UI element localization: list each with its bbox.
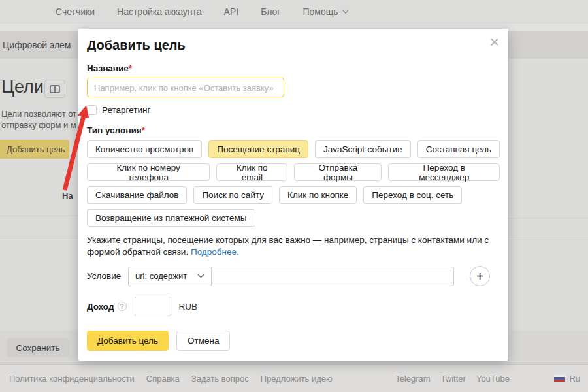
goal-type-row: Возвращение из платежной системы [87, 209, 500, 227]
type-js-event-button[interactable]: JavaScript-событие [315, 140, 411, 158]
retargeting-row: Ретаргетинг [87, 105, 508, 115]
footer-help-link[interactable]: Справка [146, 374, 180, 384]
save-button[interactable]: Сохранить [7, 338, 69, 357]
condition-description: Укажите страницы, посещение которых для … [87, 235, 502, 258]
page-title: Цели [1, 77, 44, 97]
currency-label: RUB [179, 302, 198, 312]
goals-description: Цели позволяют от отправку форм и м [1, 108, 76, 131]
more-link[interactable]: Подробнее. [191, 247, 239, 257]
close-icon[interactable]: × [489, 34, 499, 50]
name-label-text: Название [87, 63, 129, 73]
condition-row: Условие url: содержит + [87, 266, 500, 286]
revenue-row: Доход ? RUB [87, 297, 500, 316]
goal-type-row: Скачивание файлов Поиск по сайту Клик по… [87, 186, 500, 204]
required-mark: * [142, 125, 145, 135]
footer-youtube-link[interactable]: YouTube [476, 374, 510, 384]
nav-counters[interactable]: Счетчики [56, 7, 95, 17]
type-messenger-button[interactable]: Переход в мессенджер [388, 163, 500, 181]
name-field-label: Название* [87, 63, 508, 73]
plus-icon: + [476, 270, 484, 283]
counter-name: Цифровой элем [3, 40, 71, 50]
required-mark: * [129, 63, 132, 73]
condition-description-text: Укажите страницы, посещение которых для … [87, 235, 489, 257]
type-payment-return-button[interactable]: Возвращение из платежной системы [87, 209, 255, 227]
goals-description-line1: Цели позволяют от [1, 108, 76, 120]
table-divider [508, 218, 588, 218]
footer-telegram-link[interactable]: Telegram [395, 374, 430, 384]
help-question-icon[interactable]: ? [118, 302, 127, 311]
type-page-visit-button[interactable]: Посещение страниц [208, 140, 308, 158]
condition-operator-select[interactable]: url: содержит [128, 267, 212, 286]
type-file-download-button[interactable]: Скачивание файлов [87, 186, 187, 204]
goal-type-row: Клик по номеру телефона Клик по email От… [87, 163, 500, 181]
background-add-goal-button[interactable]: Добавить цель [0, 140, 69, 159]
type-pageview-count-button[interactable]: Количество просмотров [87, 140, 202, 158]
table-divider [0, 238, 78, 238]
goal-type-buttons: Количество просмотров Посещение страниц … [87, 140, 500, 227]
type-form-submit-button[interactable]: Отправка формы [294, 163, 382, 181]
chevron-down-icon [342, 10, 349, 14]
table-header-name: На [62, 191, 73, 201]
nav-api[interactable]: API [224, 7, 239, 17]
goals-docs-button[interactable] [44, 80, 65, 98]
footer: Политика конфиденциальности Справка Зада… [0, 364, 588, 392]
footer-ask-question-link[interactable]: Задать вопрос [191, 374, 249, 384]
type-site-search-button[interactable]: Поиск по сайту [193, 186, 272, 204]
nav-account-settings[interactable]: Настройка аккаунта [117, 7, 202, 17]
type-composite-goal-button[interactable]: Составная цель [417, 140, 500, 158]
retargeting-checkbox[interactable] [87, 105, 97, 115]
table-divider [0, 216, 78, 216]
russia-flag-icon [554, 375, 565, 382]
language-label: Ru [569, 374, 580, 384]
footer-privacy-link[interactable]: Политика конфиденциальности [9, 374, 135, 384]
add-goal-dialog: Добавить цель × Название* Ретаргетинг Ти… [78, 29, 508, 361]
revenue-label: Доход [87, 302, 114, 312]
type-button-click-button[interactable]: Клик по кнопке [279, 186, 357, 204]
nav-blog[interactable]: Блог [261, 7, 280, 17]
footer-suggest-idea-link[interactable]: Предложить идею [261, 374, 333, 384]
goal-name-input[interactable] [87, 78, 284, 97]
type-social-network-button[interactable]: Переход в соц. сеть [363, 186, 462, 204]
condition-type-label-text: Тип условия [87, 125, 142, 135]
language-switcher[interactable]: Ru [554, 365, 580, 392]
dialog-actions: Добавить цель Отмена [87, 331, 500, 351]
footer-twitter-link[interactable]: Twitter [441, 374, 466, 384]
condition-operator-value: url: содержит [135, 271, 187, 281]
top-nav: Счетчики Настройка аккаунта API Блог Пом… [0, 0, 588, 24]
revenue-input[interactable] [135, 297, 171, 316]
add-condition-button[interactable]: + [470, 266, 490, 286]
type-phone-click-button[interactable]: Клик по номеру телефона [87, 163, 210, 181]
table-divider [508, 240, 588, 240]
retargeting-label: Ретаргетинг [102, 105, 150, 115]
footer-social-links: Telegram Twitter YouTube [395, 374, 510, 384]
add-goal-submit-button[interactable]: Добавить цель [87, 331, 169, 351]
cancel-button[interactable]: Отмена [176, 331, 230, 351]
type-email-click-button[interactable]: Клик по email [216, 163, 287, 181]
goal-type-row: Количество просмотров Посещение страниц … [87, 140, 500, 158]
nav-help[interactable]: Помощь [302, 7, 348, 17]
book-icon [50, 85, 60, 93]
condition-type-label: Тип условия* [87, 125, 508, 135]
condition-label: Условие [87, 271, 128, 281]
chevron-down-icon [197, 274, 204, 278]
goals-description-line2: отправку форм и м [1, 120, 76, 131]
dialog-title: Добавить цель [87, 38, 508, 53]
condition-value-input[interactable] [211, 267, 454, 286]
nav-help-label: Помощь [302, 7, 338, 17]
